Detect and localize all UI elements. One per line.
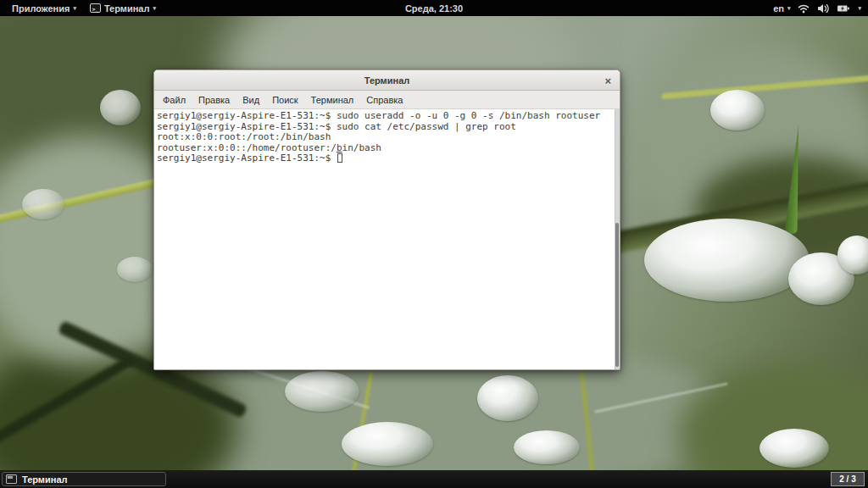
terminal-app-icon: >_ (90, 3, 101, 13)
water-droplet (342, 422, 433, 466)
water-droplet (514, 430, 580, 464)
keyboard-layout-indicator[interactable]: en ▾ (773, 3, 790, 14)
applications-menu-button[interactable]: Приложения ▾ (7, 0, 81, 16)
desktop: Приложения ▾ >_ Терминал ▾ Среда, 21:30 … (0, 0, 868, 488)
menu-bar: ФайлПравкаВидПоискТерминалСправка (154, 91, 620, 109)
terminal-window-icon (6, 474, 17, 484)
window-titlebar[interactable]: Терминал × (154, 70, 620, 91)
system-tray[interactable]: en ▾ (773, 3, 868, 14)
water-droplet (100, 90, 141, 125)
menu-item-справка[interactable]: Справка (366, 95, 403, 105)
water-droplet (644, 219, 810, 302)
clock-label: Среда, 21:30 (405, 3, 463, 14)
chevron-down-icon: ▾ (153, 5, 156, 12)
terminal-output: sergiy1@sergiy-Aspire-E1-531:~$ sudo use… (154, 109, 620, 164)
terminal-screen[interactable]: sergiy1@sergiy-Aspire-E1-531:~$ sudo use… (154, 109, 620, 369)
chevron-down-icon: ▾ (73, 5, 76, 12)
window-title: Терминал (364, 75, 410, 86)
leaf-patch (678, 363, 868, 488)
applications-menu-label: Приложения (12, 3, 70, 14)
water-droplet (760, 429, 829, 468)
focused-app-menu-button[interactable]: >_ Терминал ▾ (85, 0, 161, 16)
bottom-taskbar: Терминал 2 / 3 (0, 470, 868, 488)
chevron-down-icon: ▾ (858, 5, 861, 12)
battery-charging-icon (837, 3, 850, 14)
water-droplet (710, 90, 765, 130)
chevron-down-icon: ▾ (787, 5, 791, 12)
menu-item-поиск[interactable]: Поиск (272, 95, 298, 105)
menu-item-правка[interactable]: Правка (198, 95, 230, 105)
close-button[interactable]: × (604, 70, 611, 91)
taskbar-window-label: Терминал (22, 474, 68, 485)
terminal-line: sergiy1@sergiy-Aspire-E1-531:~$ (157, 153, 613, 164)
workspace-indicator[interactable]: 2 / 3 (831, 472, 865, 486)
top-panel: Приложения ▾ >_ Терминал ▾ Среда, 21:30 … (0, 0, 868, 16)
top-panel-left: Приложения ▾ >_ Терминал ▾ (0, 0, 161, 16)
scrollbar-thumb[interactable] (615, 223, 619, 367)
menu-item-терминал[interactable]: Терминал (311, 95, 354, 105)
water-droplet (22, 189, 64, 219)
water-droplet (477, 375, 538, 421)
water-droplet (285, 371, 359, 412)
taskbar-window-button[interactable]: Терминал (2, 472, 166, 486)
wifi-icon (798, 3, 810, 14)
focused-app-label: Терминал (104, 3, 150, 14)
scrollbar-track[interactable] (615, 109, 620, 369)
water-droplet (117, 257, 153, 282)
terminal-window: Терминал × ФайлПравкаВидПоискТерминалСпр… (153, 69, 620, 370)
menu-item-файл[interactable]: Файл (163, 95, 186, 105)
terminal-cursor (337, 153, 342, 163)
volume-icon (817, 3, 829, 14)
menu-item-вид[interactable]: Вид (242, 95, 259, 105)
keyboard-layout-label: en (773, 3, 784, 14)
